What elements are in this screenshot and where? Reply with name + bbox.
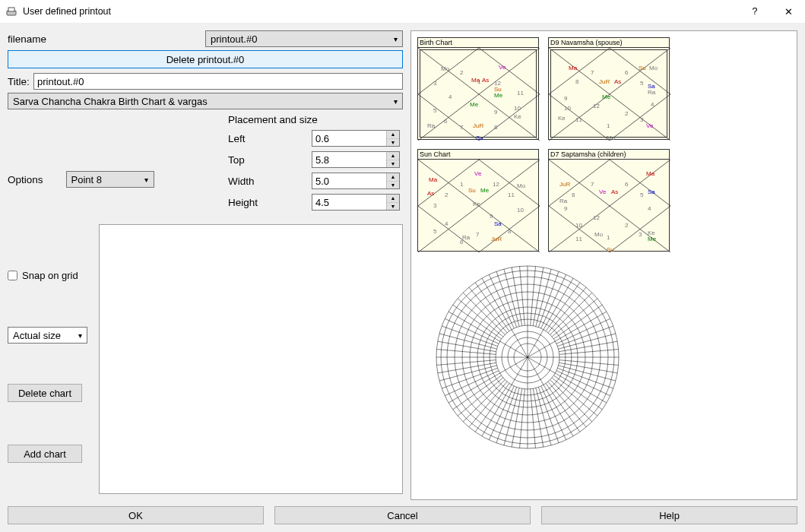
delete-chart-button[interactable]: Delete chart (8, 384, 82, 402)
help-button[interactable]: ? (738, 0, 772, 23)
chevron-down-icon: ▾ (141, 176, 152, 184)
planet-label: 12 (593, 214, 600, 221)
vedic-chart-birth: Birth Chart Mo21Ve3MaAs12SuMe4Me1159KeRa… (417, 37, 539, 140)
ok-button[interactable]: OK (8, 506, 264, 524)
planet-label: 6 (444, 118, 447, 125)
planet-label: 12 (593, 103, 600, 109)
options-combo[interactable]: Point 8 ▾ (66, 171, 154, 188)
planet-label: Ke (558, 115, 566, 122)
title-label: Title: (8, 76, 33, 87)
svg-line-45 (555, 373, 607, 403)
chart-box: MaSuMo768JuRAs5SaRa9Me41211Ke10231VeMo (548, 47, 670, 140)
spin-down-icon[interactable]: ▼ (387, 203, 399, 211)
planet-label: As (611, 188, 618, 195)
planet-label: Mo (594, 231, 603, 238)
spin-down-icon[interactable]: ▼ (387, 160, 399, 168)
spin-up-icon[interactable]: ▲ (387, 173, 399, 182)
svg-line-67 (458, 378, 503, 416)
planet-label: Ve (646, 122, 653, 129)
svg-line-66 (463, 380, 505, 422)
planet-label: 2 (460, 69, 463, 76)
app-icon (5, 5, 18, 18)
planet-label: Mo (649, 65, 658, 71)
sarva-chakra-preview (433, 262, 623, 452)
width-input[interactable] (312, 173, 386, 188)
close-button[interactable]: ✕ (772, 0, 805, 23)
snap-grid-checkbox[interactable] (8, 271, 17, 280)
planet-label: 3 (640, 116, 643, 123)
window-title: User defined printout (23, 6, 111, 17)
planet-label: JuR (473, 122, 483, 129)
delete-printout-button[interactable]: Delete printout.#0 (8, 50, 403, 68)
filename-combo[interactable]: printout.#0 ▾ (205, 30, 403, 47)
planet-label: 10 (575, 222, 582, 229)
svg-line-87 (482, 278, 512, 330)
height-field-label: Height (228, 197, 312, 208)
spin-down-icon[interactable]: ▼ (387, 139, 399, 147)
chart-type-combo[interactable]: Sarva Chancha Chakra Birth Chart & varga… (8, 93, 403, 109)
planet-label: 7 (460, 124, 463, 131)
chart-box: VeMa112As2SuMe11Mo3Ke1049Sa58Ra6JuR7 (417, 159, 539, 252)
chart-title: D9 Navamsha (spouse) (548, 37, 670, 47)
spin-up-icon[interactable]: ▲ (387, 195, 399, 203)
title-input[interactable] (33, 73, 403, 90)
planet-label: 9 (564, 205, 567, 212)
planet-label: JuR (491, 236, 502, 242)
svg-line-51 (544, 385, 573, 436)
svg-line-53 (538, 387, 559, 442)
planet-label: Ra (648, 89, 655, 96)
planet-label: 9 (564, 95, 567, 102)
planet-label: 1 (607, 234, 610, 241)
cancel-button[interactable]: Cancel (274, 506, 531, 524)
layout-canvas[interactable] (99, 224, 403, 494)
add-chart-button[interactable]: Add chart (8, 445, 82, 463)
svg-line-97 (538, 271, 559, 327)
titlebar: User defined printout ? ✕ (0, 0, 805, 24)
planet-label: JuR (599, 78, 610, 85)
svg-line-107 (557, 326, 613, 347)
svg-line-81 (448, 312, 500, 341)
zoom-combo[interactable]: Actual size ▾ (8, 327, 87, 344)
planet-label: Me (648, 236, 656, 242)
svg-line-101 (548, 287, 586, 333)
left-spinner[interactable]: ▲▼ (312, 130, 400, 147)
svg-line-85 (469, 287, 507, 333)
left-panel: filename printout.#0 ▾ Delete printout.#… (8, 30, 403, 500)
spin-up-icon[interactable]: ▲ (387, 152, 399, 160)
chevron-down-icon: ▾ (74, 331, 85, 340)
placement-header: Placement and size (228, 114, 403, 125)
chart-type-value: Sarva Chancha Chakra Birth Chart & varga… (13, 96, 208, 107)
svg-line-115 (512, 357, 528, 385)
planet-label: 8 (494, 124, 497, 131)
planet-label: 4 (648, 205, 651, 212)
planet-label: 3 (639, 231, 642, 238)
height-spinner[interactable]: ▲▼ (312, 194, 400, 211)
top-spinner[interactable]: ▲▼ (312, 151, 400, 168)
planet-label: 1 (607, 122, 610, 129)
spin-down-icon[interactable]: ▼ (387, 182, 399, 189)
planet-label: 7 (476, 231, 479, 238)
svg-line-103 (552, 299, 597, 337)
planet-label: Ve (474, 170, 481, 177)
planet-label: 11 (508, 192, 515, 198)
height-input[interactable] (312, 195, 386, 210)
help-button-bottom[interactable]: Help (541, 506, 797, 524)
width-spinner[interactable]: ▲▼ (312, 173, 400, 189)
planet-label: 3 (433, 80, 436, 87)
planet-label: 5 (640, 192, 643, 198)
left-field-label: Left (228, 133, 312, 144)
left-input[interactable] (312, 131, 386, 146)
planet-label: 4 (445, 220, 448, 227)
chart-title: D7 Saptamsha (children) (548, 149, 670, 159)
planet-label: As (427, 190, 434, 197)
planet-label: 9 (490, 213, 493, 220)
top-input[interactable] (312, 152, 386, 167)
planet-label: 12 (493, 181, 499, 188)
chevron-down-icon: ▾ (390, 35, 401, 43)
content-area: filename printout.#0 ▾ Delete printout.#… (0, 23, 805, 532)
planet-label: 5 (433, 107, 436, 114)
planet-label: 1 (460, 181, 463, 188)
spin-up-icon[interactable]: ▲ (387, 131, 399, 139)
svg-line-71 (442, 368, 497, 388)
planet-label: 8 (572, 192, 575, 198)
